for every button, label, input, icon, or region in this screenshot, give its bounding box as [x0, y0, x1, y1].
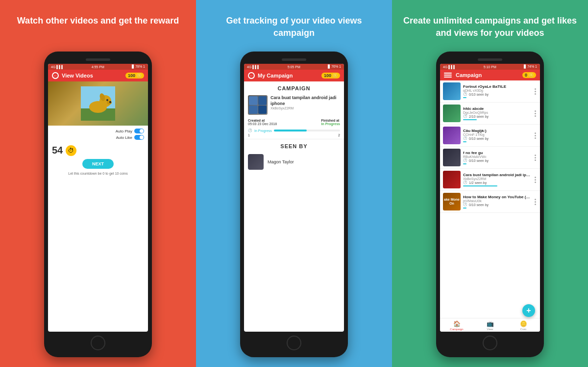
- clock-icon: 🕐: [248, 129, 252, 132]
- clock-5: 🕐: [463, 203, 467, 207]
- panel-1: Watch other videos and get the reward 4G…: [0, 0, 196, 367]
- seen-name: Magon Taylor: [268, 159, 294, 164]
- list-item[interactable]: f no fee gu RBuKhbArVWc 🕐 0/10 seen by: [440, 147, 540, 169]
- list-item[interactable]: ake Mone On How to Make Money on YouTube…: [440, 191, 540, 213]
- appbar-2-title: My Campaign: [258, 73, 321, 79]
- battery: ▊ 78% 1: [132, 65, 145, 69]
- video-player[interactable]: [48, 81, 148, 126]
- list-item[interactable]: Fortnut rOyaLe BaTtLE qDl4L vX0Dg 🕐 0/10…: [440, 80, 540, 103]
- finished-col: Finished at In Progress: [321, 119, 340, 126]
- list-info-4: Cara bust tampilan android jadi iphone X…: [463, 173, 531, 186]
- campaign-section-label: CAMPAIGN: [244, 81, 344, 93]
- phone-2: 4G ▌▌▌ 5:05 PM ▊ 76% 1 ← My Campaign 100…: [240, 52, 348, 357]
- hamburger-menu[interactable]: [444, 73, 452, 78]
- home-button-3[interactable]: [483, 336, 497, 350]
- home-button-1[interactable]: [91, 336, 105, 350]
- nav-coin-label: Coin: [520, 328, 526, 331]
- home-button-2[interactable]: [287, 336, 301, 350]
- list-info-2: Câu Magijà:) CCHnF:1TKig 🕐 0/10 seen by: [463, 129, 531, 142]
- status-bar-3: 4G ▌▌▌ 5:10 PM ▊ 74% 1: [440, 64, 540, 70]
- list-info-3: f no fee gu RBuKhbArVWc 🕐 0/10 seen by: [463, 151, 531, 164]
- list-item[interactable]: Câu Magijà:) CCHnF:1TKig 🕐 0/10 seen by: [440, 125, 540, 147]
- screen-2-content: CAMPAIGN Cara buat tampilan android jadi…: [244, 81, 344, 332]
- campaign-name: Cara buat tampilan android jadi iphone: [270, 95, 340, 106]
- appbar-1-title: View Videos: [62, 73, 125, 79]
- more-0[interactable]: [534, 87, 537, 96]
- appbar-2: ← My Campaign 100 🪙: [244, 70, 344, 81]
- next-button[interactable]: NEXT: [82, 159, 114, 169]
- phone-speaker-3: [478, 58, 502, 61]
- clock-4: 🕐: [463, 181, 467, 184]
- progress-bar: [274, 130, 340, 131]
- campaign-list: Fortnut rOyaLe BaTtLE qDl4L vX0Dg 🕐 0/10…: [440, 80, 540, 318]
- more-1[interactable]: [534, 109, 537, 118]
- back-button-1[interactable]: ←: [52, 72, 59, 79]
- nav-coin[interactable]: 🪙 Coin: [507, 320, 540, 331]
- emoji-timer: ⏱: [66, 145, 76, 156]
- campaign-item: Cara buat tampilan android jadi iphone X…: [244, 93, 344, 117]
- progress-1: [463, 119, 477, 120]
- counter-row: 54 ⏱: [48, 143, 148, 158]
- fab-add[interactable]: +: [522, 304, 535, 317]
- list-thumb-5: ake Mone On: [443, 193, 461, 210]
- autoplay-toggle[interactable]: [134, 129, 144, 133]
- signal-2: 4G ▌▌▌: [247, 65, 260, 69]
- phone-1: 4G ▌▌▌ 4:55 PM ▊ 78% 1 ← View Videos 100…: [44, 52, 152, 357]
- clock-0: 🕐: [463, 92, 467, 96]
- progress-fill: [274, 130, 307, 131]
- controls-row: Auto Play Auto Like: [48, 126, 148, 143]
- appbar-1: ← View Videos 100 🪙: [48, 70, 148, 81]
- list-user-5: jnVMaiuU0k: [463, 199, 531, 203]
- more-2[interactable]: [534, 131, 537, 140]
- list-title-1: hfdc abcde: [463, 106, 531, 111]
- nav-campaign[interactable]: 🏠 Campaign: [440, 320, 473, 331]
- appbar-3-title: Campaign: [456, 72, 522, 78]
- coin-icon: 🪙: [520, 320, 527, 327]
- nav-view[interactable]: 📺 View: [473, 320, 507, 331]
- more-3[interactable]: [534, 154, 537, 162]
- progress-3: [463, 163, 466, 164]
- screen-3-content: Fortnut rOyaLe BaTtLE qDl4L vX0Dg 🕐 0/10…: [440, 80, 540, 332]
- list-info-1: hfdc abcde DgcJeOoQ9Rps 🕐 2/10 seen by: [463, 106, 531, 120]
- list-info-5: How to Make Money on YouTube (2016-2017)…: [463, 195, 531, 209]
- campaign-info: Cara buat tampilan android jadi iphone X…: [270, 95, 340, 110]
- list-item[interactable]: Cara bust tampilan android jadi iphone X…: [440, 169, 540, 191]
- list-title-2: Câu Magijà:): [463, 129, 531, 133]
- autolike-label: Auto Like: [116, 135, 132, 140]
- list-title-4: Cara bust tampilan android jadi iphone: [463, 173, 531, 177]
- list-item[interactable]: hfdc abcde DgcJeOoQ9Rps 🕐 2/10 seen by: [440, 103, 540, 125]
- list-title-5: How to Make Money on YouTube (2016-2017): [463, 195, 531, 199]
- list-thumb-3: [443, 149, 461, 166]
- panel-2: Get tracking of your video views campaig…: [196, 0, 392, 367]
- bottom-nav: 🏠 Campaign 📺 View 🪙 Coin: [440, 318, 540, 332]
- finished-label: Finished at: [321, 119, 340, 122]
- phone-3-screen: 4G ▌▌▌ 5:10 PM ▊ 74% 1 Campaign 0 🪙: [440, 64, 540, 332]
- back-button-2[interactable]: ←: [248, 72, 255, 79]
- list-thumb-2: [443, 127, 461, 144]
- nav-campaign-label: Campaign: [450, 328, 463, 331]
- created-col: Created at 05:03 23 Dec 2018: [248, 119, 277, 126]
- list-user-3: RBuKhbArVWc: [463, 155, 531, 158]
- coin-badge-1: 100 🪙: [125, 73, 144, 79]
- svg-point-5: [106, 99, 108, 101]
- signal-3: 4G ▌▌▌: [443, 65, 456, 69]
- list-user-4: XkBoSyxZ2RM: [463, 177, 531, 181]
- campaign-icon: 🏠: [453, 320, 461, 327]
- phone-2-screen: 4G ▌▌▌ 5:05 PM ▊ 76% 1 ← My Campaign 100…: [244, 64, 344, 332]
- meta-row: Created at 05:03 23 Dec 2018 Finished at…: [244, 117, 344, 128]
- svg-point-7: [109, 101, 111, 103]
- progress-2: [463, 141, 466, 142]
- progress-5: [463, 208, 466, 209]
- autolike-toggle[interactable]: [134, 135, 144, 140]
- list-stats-0: 🕐 0/10 seen by: [463, 92, 531, 96]
- more-5[interactable]: [534, 198, 537, 206]
- list-stats-5: 🕐 0/10 seen by: [463, 203, 531, 207]
- range-labels: 1 2: [244, 133, 344, 137]
- divider: [244, 139, 344, 139]
- campaign-thumbnail: [248, 95, 268, 115]
- created-label: Created at: [248, 119, 277, 122]
- progress-4: [463, 185, 497, 186]
- list-thumb-1: [443, 105, 461, 122]
- more-4[interactable]: [534, 176, 537, 184]
- list-stats-3: 🕐 0/10 seen by: [463, 158, 531, 162]
